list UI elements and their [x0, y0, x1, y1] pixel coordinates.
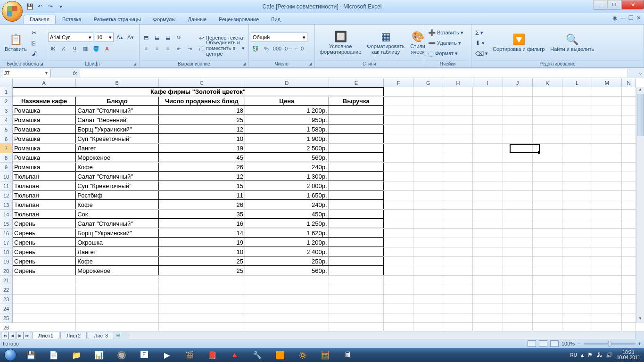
- cell[interactable]: [592, 153, 622, 162]
- cell[interactable]: [473, 191, 503, 200]
- cell[interactable]: [384, 163, 413, 172]
- cell[interactable]: [329, 210, 384, 219]
- cell[interactable]: [592, 238, 622, 247]
- cell[interactable]: [592, 276, 622, 285]
- cell[interactable]: [443, 87, 473, 96]
- align-top-button[interactable]: ⬒: [141, 33, 151, 42]
- cell[interactable]: [384, 229, 413, 238]
- underline-button[interactable]: Ч: [70, 44, 79, 53]
- col-header-N[interactable]: N: [622, 79, 636, 87]
- zoom-in-button[interactable]: +: [638, 341, 641, 346]
- cell[interactable]: [329, 229, 384, 238]
- name-box[interactable]: J7▼: [2, 69, 51, 77]
- tray-lang[interactable]: RU: [570, 353, 577, 358]
- cell[interactable]: [473, 295, 503, 304]
- cell[interactable]: 12: [159, 172, 245, 181]
- find-select-button[interactable]: 🔍Найти и выделить: [547, 27, 597, 59]
- tray-flag-icon[interactable]: ⚑: [587, 352, 593, 358]
- cell[interactable]: [533, 125, 562, 134]
- cell[interactable]: [13, 313, 76, 322]
- cell[interactable]: [533, 210, 562, 219]
- align-middle-button[interactable]: ⬓: [152, 33, 162, 42]
- cell[interactable]: [473, 181, 503, 190]
- cell[interactable]: [329, 191, 384, 200]
- cell[interactable]: [473, 153, 503, 162]
- cell[interactable]: 1 250р.: [245, 219, 329, 228]
- cell[interactable]: [473, 115, 503, 124]
- cell[interactable]: [329, 266, 384, 275]
- comma-button[interactable]: 000: [272, 44, 282, 53]
- cell[interactable]: [533, 266, 562, 275]
- col-header-K[interactable]: K: [533, 79, 562, 87]
- cell[interactable]: 26: [159, 200, 245, 209]
- row-header[interactable]: 14: [0, 210, 12, 219]
- cell[interactable]: [592, 295, 622, 304]
- cell[interactable]: [622, 295, 636, 304]
- name-box-dropdown-icon[interactable]: ▼: [44, 71, 49, 75]
- cell[interactable]: [592, 163, 622, 172]
- zoom-level[interactable]: 100%: [561, 341, 575, 346]
- cell[interactable]: [384, 313, 413, 322]
- cell[interactable]: [562, 153, 592, 162]
- align-bottom-button[interactable]: ⬓: [163, 33, 173, 42]
- cell[interactable]: [159, 313, 245, 322]
- cell[interactable]: [413, 210, 443, 219]
- cell[interactable]: 10: [159, 134, 245, 143]
- cell[interactable]: Название кафе: [13, 97, 76, 106]
- cell[interactable]: [473, 276, 503, 285]
- font-launcher-icon[interactable]: ◢: [133, 62, 136, 66]
- cell[interactable]: [503, 144, 533, 153]
- cell[interactable]: [413, 276, 443, 285]
- cell[interactable]: [413, 247, 443, 256]
- currency-button[interactable]: 💱: [251, 44, 260, 53]
- cell[interactable]: Тюльпан: [13, 200, 76, 209]
- col-header-B[interactable]: B: [76, 79, 159, 87]
- cell[interactable]: [503, 257, 533, 266]
- minimize-ribbon-icon[interactable]: —: [620, 15, 626, 21]
- cell[interactable]: [622, 323, 636, 331]
- cell[interactable]: [503, 238, 533, 247]
- col-header-J[interactable]: J: [503, 79, 533, 87]
- cell[interactable]: [592, 247, 622, 256]
- row-header[interactable]: 26: [0, 323, 12, 331]
- cell[interactable]: Кофе: [76, 200, 159, 209]
- cell[interactable]: [592, 219, 622, 228]
- taskbar-item[interactable]: 🎬: [178, 348, 201, 362]
- cell[interactable]: [413, 313, 443, 322]
- qat-customize-icon[interactable]: ▾: [57, 2, 65, 11]
- formula-input[interactable]: [80, 69, 628, 77]
- page-break-view-button[interactable]: [550, 340, 559, 347]
- cell[interactable]: [592, 125, 622, 134]
- cell[interactable]: [473, 134, 503, 143]
- cell[interactable]: Тюльпан: [13, 210, 76, 219]
- taskbar-item[interactable]: 📄: [42, 348, 65, 362]
- fill-button[interactable]: ⬇▾: [473, 38, 490, 48]
- row-header[interactable]: 17: [0, 238, 12, 247]
- decrease-decimal-button[interactable]: ←.0: [294, 44, 304, 53]
- cell[interactable]: [473, 87, 503, 96]
- cell[interactable]: [503, 87, 533, 96]
- row-header[interactable]: 13: [0, 200, 12, 210]
- font-name-combo[interactable]: Arial Cyr▾: [48, 33, 93, 42]
- cell[interactable]: 26: [159, 163, 245, 172]
- cell[interactable]: [329, 276, 384, 285]
- cell[interactable]: [76, 313, 159, 322]
- cell[interactable]: [562, 115, 592, 124]
- font-color-button[interactable]: A: [102, 44, 112, 53]
- cell[interactable]: [413, 125, 443, 134]
- cell[interactable]: 19: [159, 144, 245, 153]
- cell[interactable]: [384, 172, 413, 181]
- cell[interactable]: [533, 191, 562, 200]
- cell[interactable]: [443, 181, 473, 190]
- cell[interactable]: [443, 106, 473, 115]
- row-header[interactable]: 9: [0, 163, 12, 172]
- cell[interactable]: 11: [159, 191, 245, 200]
- cell[interactable]: 12: [159, 125, 245, 134]
- cell[interactable]: [76, 323, 159, 331]
- minimize-button[interactable]: —: [593, 0, 607, 9]
- zoom-out-button[interactable]: −: [578, 341, 580, 346]
- start-button[interactable]: [1, 348, 20, 362]
- cell[interactable]: [443, 266, 473, 275]
- row-header[interactable]: 15: [0, 219, 12, 229]
- cell[interactable]: [622, 304, 636, 313]
